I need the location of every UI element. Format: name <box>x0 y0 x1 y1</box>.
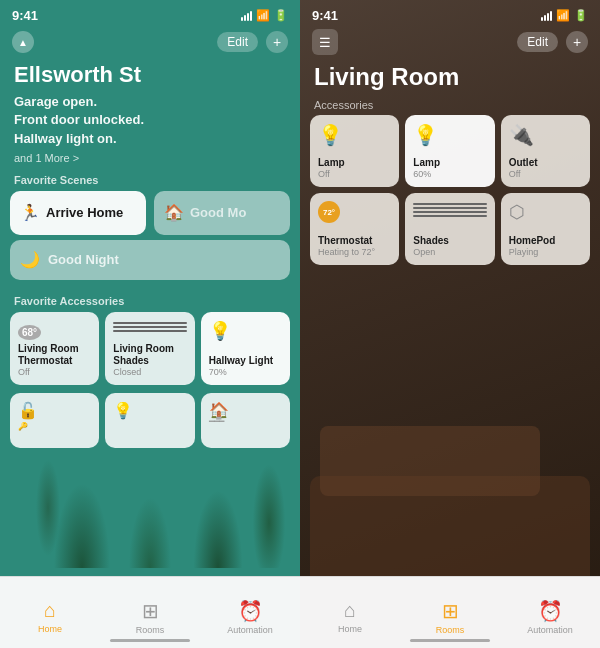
room-title: Living Room <box>314 63 586 91</box>
acc-shades[interactable]: Living Room Shades Closed <box>105 312 194 385</box>
right-time: 9:41 <box>312 8 338 23</box>
acc-garage[interactable]: 🏠 ▔▔▔ <box>201 393 290 448</box>
left-panel: 9:41 📶 🔋 ▲ Edit + Ellsworth St <box>0 0 300 648</box>
shades-status: Closed <box>113 367 186 377</box>
right-acc-outlet[interactable]: 🔌 Outlet Off <box>501 115 590 187</box>
left-header: ▲ Edit + <box>0 27 300 61</box>
right-acc-thermostat[interactable]: 72° Thermostat Heating to 72° <box>310 193 399 265</box>
right-automation-tab-icon: ⏰ <box>538 599 563 623</box>
right-content: 9:41 📶 🔋 ☰ Edit + Living Room <box>300 0 600 648</box>
right-edit-button[interactable]: Edit <box>517 32 558 52</box>
right-battery-icon: 🔋 <box>574 9 588 22</box>
hallway-light-status: 70% <box>209 367 282 377</box>
arrive-home-label: Arrive Home <box>46 205 123 220</box>
right-wifi-icon: 📶 <box>556 9 570 22</box>
wifi-icon: 📶 <box>256 9 270 22</box>
left-plus-button[interactable]: + <box>266 31 288 53</box>
right-rooms-tab-icon: ⊞ <box>442 599 459 623</box>
lamp-on-icon: 💡 <box>413 123 486 147</box>
acc-bulb[interactable]: 💡 <box>105 393 194 448</box>
left-status-bar: 9:41 📶 🔋 <box>0 0 300 27</box>
subtitle-line2: Front door unlocked. <box>14 111 286 129</box>
right-automation-tab-label: Automation <box>527 625 573 635</box>
right-shades-name: Shades <box>413 235 486 247</box>
arrive-home-icon: 🏃 <box>20 203 40 222</box>
menu-button[interactable]: ☰ <box>312 29 338 55</box>
garage-icon: 🏠 <box>209 401 282 420</box>
left-edit-button[interactable]: Edit <box>217 32 258 52</box>
right-tab-rooms[interactable]: ⊞ Rooms <box>400 577 500 648</box>
room-title-container: Living Room <box>300 61 600 97</box>
right-acc-lamp-off[interactable]: 💡 Lamp Off <box>310 115 399 187</box>
acc-thermostat[interactable]: 68° Living Room Thermostat Off <box>10 312 99 385</box>
left-content: 9:41 📶 🔋 ▲ Edit + Ellsworth St <box>0 0 300 648</box>
more-link[interactable]: and 1 More > <box>0 150 300 164</box>
left-time: 9:41 <box>12 8 38 23</box>
automation-tab-label: Automation <box>227 625 273 635</box>
battery-icon: 🔋 <box>274 9 288 22</box>
right-acc-lamp-on[interactable]: 💡 Lamp 60% <box>405 115 494 187</box>
home-subtitle: Garage open. Front door unlocked. Hallwa… <box>0 89 300 150</box>
hallway-light-name: Hallway Light <box>209 355 282 367</box>
lamp-on-name: Lamp <box>413 157 486 169</box>
right-plus-button[interactable]: + <box>566 31 588 53</box>
scene-good-night[interactable]: 🌙 Good Night <box>10 240 290 280</box>
lamp-on-status: 60% <box>413 169 486 179</box>
lamp-off-icon: 💡 <box>318 123 391 147</box>
acc-hallway-light[interactable]: 💡 Hallway Light 70% <box>201 312 290 385</box>
left-home-indicator <box>110 639 190 642</box>
homepod-name: HomePod <box>509 235 582 247</box>
good-night-icon: 🌙 <box>20 250 40 269</box>
left-tab-home[interactable]: ⌂ Home <box>0 577 100 648</box>
good-morning-icon: 🏠 <box>164 203 184 222</box>
right-tab-bar: ⌂ Home ⊞ Rooms ⏰ Automation <box>300 576 600 648</box>
left-tab-rooms[interactable]: ⊞ Rooms <box>100 577 200 648</box>
left-header-right: Edit + <box>217 31 288 53</box>
outlet-status: Off <box>509 169 582 179</box>
right-tab-home[interactable]: ⌂ Home <box>300 577 400 648</box>
right-thermostat-name: Thermostat <box>318 235 391 247</box>
left-status-icons: 📶 🔋 <box>241 9 288 22</box>
lamp-off-status: Off <box>318 169 391 179</box>
right-shades-icon <box>413 201 486 217</box>
right-panel: 9:41 📶 🔋 ☰ Edit + Living Room <box>300 0 600 648</box>
right-tab-automation[interactable]: ⏰ Automation <box>500 577 600 648</box>
outlet-icon: 🔌 <box>509 123 582 147</box>
home-title-container: Ellsworth St <box>0 61 300 89</box>
home-tab-label: Home <box>38 624 62 634</box>
scene-arrive-home[interactable]: 🏃 Arrive Home <box>10 191 146 235</box>
homepod-status: Playing <box>509 247 582 257</box>
right-home-indicator <box>410 639 490 642</box>
acc-lock[interactable]: 🔓 🔑 <box>10 393 99 448</box>
accessories-grid-row1: 💡 Lamp Off 💡 Lamp 60% 🔌 Outlet Off <box>300 115 600 187</box>
shades-name: Living Room Shades <box>113 343 186 367</box>
subtitle-line1: Garage open. <box>14 93 286 111</box>
good-night-label: Good Night <box>48 252 119 267</box>
home-title: Ellsworth St <box>14 63 286 87</box>
good-morning-label: Good Mo <box>190 205 246 220</box>
thermostat-icon: 68° <box>18 320 91 341</box>
left-tab-automation[interactable]: ⏰ Automation <box>200 577 300 648</box>
homepod-icon: ⬡ <box>509 201 582 223</box>
right-status-bar: 9:41 📶 🔋 <box>300 0 600 27</box>
right-status-icons: 📶 🔋 <box>541 9 588 22</box>
right-header-right: Edit + <box>517 31 588 53</box>
automation-tab-icon: ⏰ <box>238 599 263 623</box>
favorite-accessories-label: Favorite Accessories <box>0 285 300 312</box>
lamp-off-name: Lamp <box>318 157 391 169</box>
right-acc-shades[interactable]: Shades Open <box>405 193 494 265</box>
outlet-name: Outlet <box>509 157 582 169</box>
right-home-tab-label: Home <box>338 624 362 634</box>
right-accessories-label: Accessories <box>300 97 600 115</box>
hallway-light-icon: 💡 <box>209 320 282 342</box>
right-rooms-tab-label: Rooms <box>436 625 465 635</box>
left-tab-bar: ⌂ Home ⊞ Rooms ⏰ Automation <box>0 576 300 648</box>
right-thermostat-status: Heating to 72° <box>318 247 391 257</box>
right-acc-homepod[interactable]: ⬡ HomePod Playing <box>501 193 590 265</box>
scene-good-morning[interactable]: 🏠 Good Mo <box>154 191 290 235</box>
accessories-grid-row2: 72° Thermostat Heating to 72° <box>300 193 600 265</box>
location-icon: ▲ <box>12 31 34 53</box>
accessories-row-2: 🔓 🔑 💡 🏠 ▔▔▔ <box>0 393 300 448</box>
favorite-scenes-label: Favorite Scenes <box>0 164 300 191</box>
thermostat-status: Off <box>18 367 91 377</box>
